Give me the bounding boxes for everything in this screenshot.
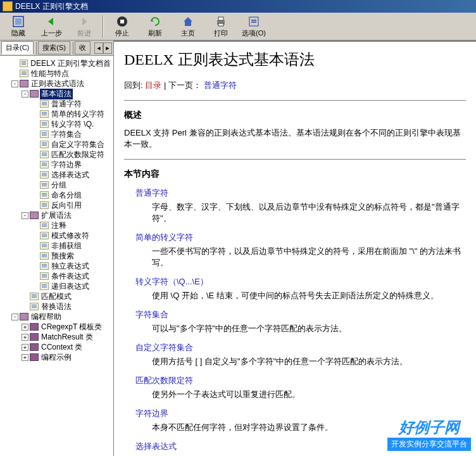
tab-search[interactable]: 搜索(S) [38, 41, 70, 54]
tree-node[interactable]: 自定义字符集合 [1, 139, 112, 149]
tree-label[interactable]: 匹配模式 [40, 291, 73, 302]
expand-icon[interactable]: + [22, 334, 28, 341]
tree-label[interactable]: 匹配次数限定符 [50, 149, 106, 160]
collapse-icon[interactable]: - [11, 80, 18, 87]
topic-link[interactable]: 字符集合 [135, 309, 466, 320]
collapse-icon[interactable]: - [22, 212, 28, 219]
topic-link[interactable]: 简单的转义字符 [135, 232, 466, 243]
tree-label[interactable]: 反向引用 [50, 200, 83, 211]
tree-label[interactable]: CRegexpT 模板类 [40, 322, 103, 332]
tree-node[interactable]: 性能与特点 [1, 68, 112, 79]
tree-node[interactable]: 独立表达式 [1, 261, 112, 271]
tree-node[interactable]: 简单的转义字符 [1, 109, 112, 119]
stop-button[interactable]: 停止 [106, 14, 138, 39]
tree-label[interactable]: 模式修改符 [50, 231, 91, 241]
content-pane[interactable]: DEELX 正则表达式基本语法 回到: 目录 | 下一页： 普通字符 概述 DE… [114, 41, 476, 456]
book-icon [30, 353, 39, 361]
divider [124, 100, 466, 101]
tree-node[interactable]: 匹配次数限定符 [1, 149, 112, 160]
page-icon [40, 232, 49, 239]
tree-node[interactable]: 模式修改符 [1, 231, 112, 241]
tree-node[interactable]: 字符边界 [1, 160, 112, 170]
tree-label[interactable]: 编程帮助 [30, 312, 63, 322]
tree-node[interactable]: 条件表达式 [1, 271, 112, 281]
scroll-right-icon[interactable]: ► [103, 42, 112, 54]
tree-label[interactable]: 正则表达式语法 [30, 79, 85, 89]
tree-label[interactable]: MatchResult 类 [40, 332, 94, 343]
tree-node[interactable]: 递归表达式 [1, 281, 112, 291]
tab-favorites[interactable]: 收 [75, 41, 91, 54]
tree-node[interactable]: 选择表达式 [1, 170, 112, 180]
tab-contents[interactable]: 目录(C) [1, 41, 34, 54]
tree-node[interactable]: 普通字符 [1, 99, 112, 109]
tree-label[interactable]: CContext 类 [40, 342, 84, 353]
tree-node[interactable]: +CRegexpT 模板类 [1, 322, 112, 332]
refresh-button[interactable]: 刷新 [139, 14, 171, 39]
topic-link[interactable]: 转义字符（\Q...\E） [135, 276, 466, 288]
tree-label[interactable]: 性能与特点 [30, 68, 70, 79]
tree-label[interactable]: 扩展语法 [40, 210, 73, 221]
tree-node[interactable]: 预搜索 [1, 251, 112, 261]
topic-link[interactable]: 匹配次数限定符 [135, 375, 466, 386]
tree-node[interactable]: +编程示例 [1, 352, 112, 362]
tree-label[interactable]: 分组 [50, 180, 68, 191]
topic-link[interactable]: 自定义字符集合 [135, 342, 466, 353]
tree-node[interactable]: 转义字符 \Q. [1, 119, 112, 129]
tree-label[interactable]: 非捕获组 [50, 241, 83, 251]
home-button[interactable]: 主页 [172, 14, 204, 39]
tree-node[interactable]: 命名分组 [1, 190, 112, 200]
toolbar: 隐藏 上一步 前进 停止 刷新 主页 打印 选项(O) [0, 13, 476, 41]
tree-label[interactable]: DEELX 正则引擎文档首 [29, 58, 112, 69]
tree-node[interactable]: 非捕获组 [1, 241, 112, 251]
tree-node[interactable]: +CContext 类 [1, 342, 112, 352]
tree-label[interactable]: 命名分组 [50, 190, 83, 201]
tree-label[interactable]: 自定义字符集合 [50, 139, 106, 150]
collapse-icon[interactable]: - [11, 314, 18, 320]
back-button[interactable]: 上一步 [35, 14, 67, 39]
tree-label[interactable]: 简单的转义字符 [50, 109, 106, 120]
hide-button[interactable]: 隐藏 [3, 14, 34, 39]
tree-node[interactable]: 分组 [1, 180, 112, 190]
expand-icon[interactable]: + [22, 324, 28, 331]
tree-label[interactable]: 条件表达式 [50, 271, 91, 282]
tree-node[interactable]: 注释 [1, 220, 112, 231]
tree-view[interactable]: DEELX 正则引擎文档首性能与特点-正则表达式语法-基本语法普通字符简单的转义… [0, 56, 113, 456]
tree-label[interactable]: 递归表达式 [50, 281, 91, 292]
scroll-left-icon[interactable]: ◄ [94, 42, 103, 54]
tree-label[interactable]: 基本语法 [40, 89, 73, 99]
tree-node[interactable]: -正则表达式语法 [1, 79, 112, 89]
tree-node[interactable]: 替换语法 [1, 301, 112, 312]
page-icon [40, 272, 49, 280]
print-button[interactable]: 打印 [205, 14, 237, 39]
tree-label[interactable]: 普通字符 [50, 99, 83, 110]
nav-contents-link[interactable]: 目录 [145, 80, 161, 90]
tree-label[interactable]: 字符集合 [50, 129, 83, 140]
tree-label[interactable]: 注释 [50, 220, 68, 231]
tree-node[interactable]: 反向引用 [1, 200, 112, 210]
tree-node[interactable]: +MatchResult 类 [1, 332, 112, 342]
tree-label[interactable]: 替换语法 [40, 301, 73, 312]
expand-icon[interactable]: + [22, 354, 28, 361]
options-button[interactable]: 选项(O) [238, 14, 270, 39]
tree-node[interactable]: 字符集合 [1, 129, 112, 139]
tree-node[interactable]: 匹配模式 [1, 291, 112, 301]
tree-label[interactable]: 独立表达式 [50, 261, 91, 272]
tree-node[interactable]: -编程帮助 [1, 312, 112, 322]
collapse-icon[interactable]: - [22, 91, 28, 98]
sidebar: 目录(C) 搜索(S) 收 ◄ ► DEELX 正则引擎文档首性能与特点-正则表… [0, 41, 114, 456]
tree-node[interactable]: DEELX 正则引擎文档首 [1, 58, 112, 68]
nav-next-link[interactable]: 普通字符 [204, 80, 237, 90]
tree-label[interactable]: 预搜索 [50, 251, 75, 262]
topic-link[interactable]: 普通字符 [135, 187, 466, 199]
options-icon [247, 15, 260, 28]
expand-icon[interactable]: + [22, 344, 28, 351]
tree-node[interactable]: -基本语法 [1, 89, 112, 99]
window-title: DEELX 正则引擎文档 [15, 1, 88, 12]
tree-label[interactable]: 编程示例 [40, 352, 73, 363]
tree-label[interactable]: 选择表达式 [50, 170, 91, 180]
tree-node[interactable]: -扩展语法 [1, 210, 112, 220]
tree-label[interactable]: 转义字符 \Q. [50, 119, 95, 130]
forward-button[interactable]: 前进 [68, 14, 100, 39]
tree-label[interactable]: 字符边界 [50, 160, 83, 170]
toolbar-separator [103, 15, 104, 38]
